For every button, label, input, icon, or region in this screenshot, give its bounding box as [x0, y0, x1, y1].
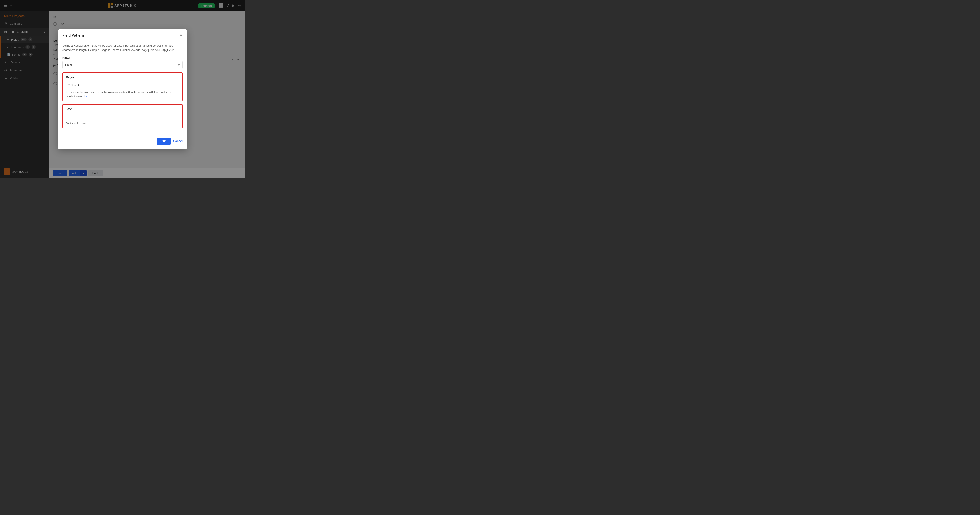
- modal-title: Field Pattern: [62, 33, 84, 37]
- regex-hint-text: Enter a regular expression using the jav…: [66, 91, 171, 97]
- modal-overlay: Field Pattern ✕ Define a Regex Pattern t…: [0, 0, 245, 178]
- modal-header: Field Pattern ✕: [58, 29, 187, 40]
- pattern-select[interactable]: Email Phone URL Custom: [62, 61, 183, 69]
- field-pattern-modal: Field Pattern ✕ Define a Regex Pattern t…: [58, 29, 187, 149]
- pattern-section-title: Pattern: [62, 56, 183, 59]
- modal-footer: Ok Cancel: [58, 135, 187, 149]
- pattern-select-wrap: Email Phone URL Custom ▼: [62, 61, 183, 69]
- regex-label: Regex: [66, 75, 179, 79]
- test-label: Test: [66, 107, 179, 111]
- ok-button[interactable]: Ok: [157, 138, 171, 145]
- test-section: Test Test invalid match: [62, 104, 183, 128]
- modal-body: Define a Regex Pattern that will be used…: [58, 40, 187, 135]
- cancel-button[interactable]: Cancel: [173, 139, 183, 143]
- regex-support-link[interactable]: here: [84, 95, 89, 97]
- regex-section: Regex Enter a regular expression using t…: [62, 72, 183, 101]
- modal-description: Define a Regex Pattern that will be used…: [62, 43, 183, 52]
- regex-hint: Enter a regular expression using the jav…: [66, 90, 179, 98]
- modal-close-button[interactable]: ✕: [179, 33, 183, 37]
- test-invalid-msg: Test invalid match: [66, 122, 179, 125]
- test-input[interactable]: [66, 113, 179, 120]
- regex-input[interactable]: [66, 81, 179, 88]
